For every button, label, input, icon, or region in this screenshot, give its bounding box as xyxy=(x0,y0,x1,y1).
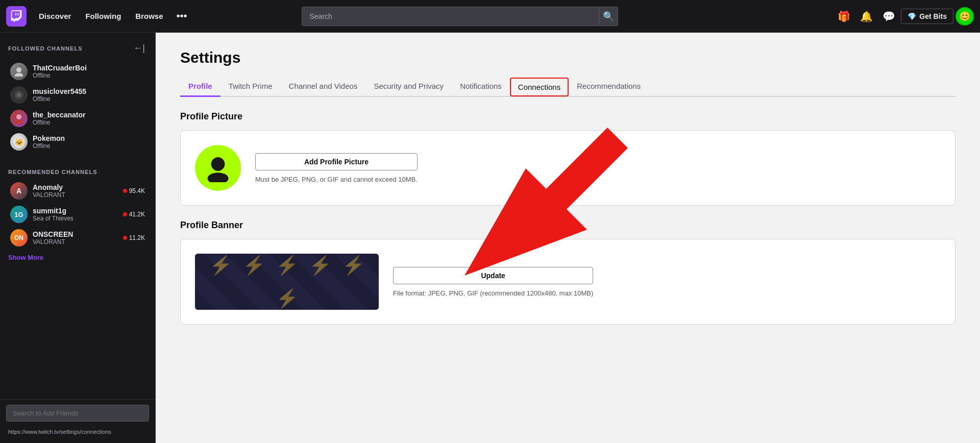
channel-name-musiclover: musiclover5455 xyxy=(33,87,145,95)
content-area: Settings Profile Twitch Prime Channel an… xyxy=(156,33,980,443)
banner-icon-2: ⚡ xyxy=(242,255,265,276)
tab-connections[interactable]: Connections xyxy=(510,78,569,96)
followed-channels-title: FOLLOWED CHANNELS xyxy=(8,45,83,52)
channel-info-onscreen: ONSCREEN VALORANT xyxy=(33,230,118,245)
search-icon: 🔍 xyxy=(603,11,614,22)
avatar-pokemon: 🐱 xyxy=(10,133,28,151)
profile-picture-section-title: Profile Picture xyxy=(180,111,955,122)
channel-viewers-anomaly: 95.4K xyxy=(123,187,145,194)
tab-twitch-prime[interactable]: Twitch Prime xyxy=(220,77,281,97)
profile-avatar-icon xyxy=(204,154,232,182)
profile-banner-actions: Update File format: JPEG, PNG, GIF (reco… xyxy=(393,267,593,297)
show-more-button[interactable]: Show More xyxy=(0,250,155,265)
search-friends-section xyxy=(0,399,155,427)
main-layout: FOLLOWED CHANNELS ←| ThatCruaderBoi Offl… xyxy=(0,33,980,443)
top-navigation: Discover Following Browse ••• 🔍 🎁 🔔 💬 💎 … xyxy=(0,0,980,33)
tab-notifications[interactable]: Notifications xyxy=(452,77,510,97)
followed-channels-header: FOLLOWED CHANNELS ←| xyxy=(0,33,155,60)
profile-picture-card: Add Profile Picture Must be JPEG, PNG, o… xyxy=(180,130,955,206)
viewers-count-summit1g: 41.2K xyxy=(129,211,145,218)
nav-more[interactable]: ••• xyxy=(172,6,192,26)
profile-picture-actions: Add Profile Picture Must be JPEG, PNG, o… xyxy=(255,153,418,183)
channel-status-thatcruaderboi: Offline xyxy=(33,72,145,79)
channel-info-pokemon: Pokemon Offline xyxy=(33,134,145,150)
avatar-thatcruaderboi xyxy=(10,63,28,80)
channel-info-thatcruaderboi: ThatCruaderBoi Offline xyxy=(33,64,145,79)
notifications-button[interactable]: 🔔 xyxy=(856,6,876,27)
channel-info-summit1g: summit1g Sea of Thieves xyxy=(33,207,118,222)
tab-profile[interactable]: Profile xyxy=(180,77,220,97)
twitch-logo-icon xyxy=(10,10,22,22)
avatar-summit1g: 1G xyxy=(10,206,28,223)
channel-game-anomaly: VALORANT xyxy=(33,191,118,199)
search-button[interactable]: 🔍 xyxy=(599,7,619,26)
search-friends-input[interactable] xyxy=(6,405,149,422)
tab-security-privacy[interactable]: Security and Privacy xyxy=(365,77,452,97)
twitch-logo[interactable] xyxy=(6,6,27,27)
tab-recommendations[interactable]: Recommendations xyxy=(569,77,649,97)
profile-banner-note: File format: JPEG, PNG, GIF (recommended… xyxy=(393,289,593,297)
nav-discover[interactable]: Discover xyxy=(33,8,77,24)
channel-name-summit1g: summit1g xyxy=(33,207,118,215)
channel-game-onscreen: VALORANT xyxy=(33,238,118,245)
nav-browse[interactable]: Browse xyxy=(129,8,169,24)
add-profile-picture-button[interactable]: Add Profile Picture xyxy=(255,153,418,170)
sidebar-item-pokemon[interactable]: 🐱 Pokemon Offline xyxy=(2,130,153,154)
sidebar-item-musiclover[interactable]: musiclover5455 Offline xyxy=(2,83,153,107)
svg-point-5 xyxy=(15,120,23,124)
avatar-anomaly: A xyxy=(10,182,28,200)
recommended-channels-header: RECOMMENDED CHANNELS xyxy=(0,161,155,179)
avatar-musiclover xyxy=(10,86,28,104)
nav-icon-buttons: 🎁 🔔 💬 💎 Get Bits 😊 xyxy=(834,6,974,27)
sidebar-item-anomaly[interactable]: A Anomaly VALORANT 95.4K xyxy=(2,179,153,203)
chat-button[interactable]: 💬 xyxy=(878,6,899,27)
chat-icon: 💬 xyxy=(883,10,895,22)
avatar-icon: 😊 xyxy=(959,11,970,22)
banner-icon-4: ⚡ xyxy=(309,255,332,276)
svg-point-8 xyxy=(211,157,225,170)
channel-name-anomaly: Anomaly xyxy=(33,183,118,191)
channel-viewers-summit1g: 41.2K xyxy=(123,211,145,218)
live-dot-onscreen xyxy=(123,236,127,240)
banner-icon-1: ⚡ xyxy=(209,255,232,276)
search-input[interactable] xyxy=(302,7,599,26)
channel-name-onscreen: ONSCREEN xyxy=(33,230,118,238)
nav-following[interactable]: Following xyxy=(79,8,127,24)
channel-info-beccanator: the_beccanator Offline xyxy=(33,111,145,126)
bell-icon: 🔔 xyxy=(860,10,873,22)
get-bits-button[interactable]: 💎 Get Bits xyxy=(901,9,953,24)
channel-status-beccanator: Offline xyxy=(33,119,145,126)
channel-info-anomaly: Anomaly VALORANT xyxy=(33,183,118,199)
profile-banner-card: ⚡ ⚡ ⚡ ⚡ ⚡ ⚡ Update File format: JPEG, PN… xyxy=(180,239,955,325)
banner-pattern: ⚡ ⚡ ⚡ ⚡ ⚡ ⚡ xyxy=(195,254,379,310)
profile-picture-note: Must be JPEG, PNG, or GIF and cannot exc… xyxy=(255,176,418,183)
chest-button[interactable]: 🎁 xyxy=(834,6,854,27)
svg-point-1 xyxy=(15,73,23,77)
sidebar: FOLLOWED CHANNELS ←| ThatCruaderBoi Offl… xyxy=(0,33,156,443)
live-dot-summit1g xyxy=(123,212,127,216)
viewers-count-onscreen: 11.2K xyxy=(129,234,145,241)
update-banner-button[interactable]: Update xyxy=(393,267,593,284)
channel-game-summit1g: Sea of Thieves xyxy=(33,215,118,222)
sidebar-item-onscreen[interactable]: ON ONSCREEN VALORANT 11.2K xyxy=(2,226,153,250)
avatar-onscreen: ON xyxy=(10,229,28,247)
channel-viewers-onscreen: 11.2K xyxy=(123,234,145,241)
page-title: Settings xyxy=(180,49,955,66)
svg-text:🐱: 🐱 xyxy=(15,138,24,146)
sidebar-collapse-button[interactable]: ←| xyxy=(131,41,147,56)
sidebar-item-thatcruaderboi[interactable]: ThatCruaderBoi Offline xyxy=(2,60,153,83)
settings-tabs: Profile Twitch Prime Channel and Videos … xyxy=(180,77,955,97)
sidebar-item-summit1g[interactable]: 1G summit1g Sea of Thieves 41.2K xyxy=(2,203,153,226)
nav-links: Discover Following Browse ••• xyxy=(33,6,192,26)
svg-point-9 xyxy=(207,173,228,182)
profile-picture-row: Add Profile Picture Must be JPEG, PNG, o… xyxy=(195,145,941,191)
search-bar: 🔍 xyxy=(302,7,618,26)
tab-channel-videos[interactable]: Channel and Videos xyxy=(281,77,366,97)
sidebar-item-beccanator[interactable]: the_beccanator Offline xyxy=(2,107,153,130)
user-avatar[interactable]: 😊 xyxy=(955,7,974,26)
svg-point-4 xyxy=(16,114,21,119)
channel-name-thatcruaderboi: ThatCruaderBoi xyxy=(33,64,145,72)
avatar-beccanator xyxy=(10,110,28,127)
channel-status-musiclover: Offline xyxy=(33,95,145,103)
status-url: https://www.twitch.tv/settings/connectio… xyxy=(0,427,155,437)
